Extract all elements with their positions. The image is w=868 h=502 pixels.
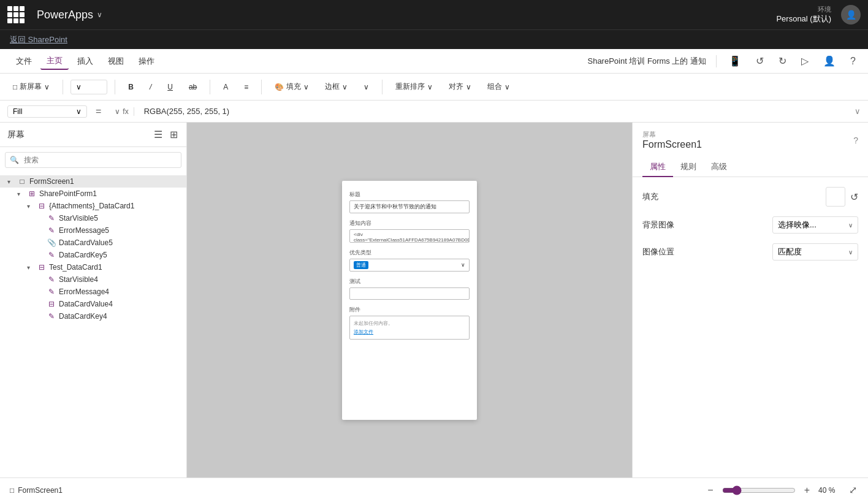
play-icon[interactable]: ▷ <box>799 53 811 69</box>
label-datacardkey4: DataCardKey4 <box>59 312 107 321</box>
form-attachment-label: 附件 <box>349 306 470 314</box>
grid-view-icon[interactable]: ⊞ <box>169 127 179 142</box>
select-chevron: ∨ <box>461 262 465 268</box>
tab-rules[interactable]: 规则 <box>673 158 704 177</box>
fill-button[interactable]: 🎨 填充 ∨ <box>269 78 314 95</box>
image-pos-chevron: ∨ <box>848 249 853 256</box>
align-pos-chevron: ∨ <box>466 83 471 91</box>
right-panel-title: FormScreen1 <box>642 139 702 150</box>
sidebar-item-datacardvalue5[interactable]: › 📎 DataCardValue5 <box>0 237 186 249</box>
list-view-icon[interactable]: ☰ <box>153 127 164 142</box>
font-family-dropdown[interactable]: ∨ <box>70 80 107 94</box>
edit-icon-starvisible4: ✎ <box>47 275 56 284</box>
formula-input[interactable]: RGBA(255, 255, 255, 1) <box>139 105 850 117</box>
prop-row-fill: 填充 ↺ <box>642 187 858 207</box>
zoom-percentage: 40 % <box>818 486 843 495</box>
bottom-bar: □ FormScreen1 − + 40 % ⤢ <box>0 477 868 502</box>
form-title-label: 标题 <box>349 191 470 199</box>
menu-item-view[interactable]: 视图 <box>102 53 130 69</box>
sidebar-item-starvisible4[interactable]: › ✎ StarVisible4 <box>0 273 186 286</box>
zoom-slider[interactable] <box>722 485 796 495</box>
label-errormessage4: ErrorMessage4 <box>59 287 109 296</box>
help-icon[interactable]: ? <box>853 135 858 145</box>
chevron-test-datacard1: ▾ <box>27 264 34 271</box>
app-name: PowerApps ∨ <box>37 9 102 21</box>
image-pos-dropdown[interactable]: 匹配度 ∨ <box>772 243 858 261</box>
sidebar-item-test-datacard1[interactable]: ▾ ⊟ Test_DataCard1 <box>0 261 186 273</box>
avatar[interactable]: 👤 <box>841 5 861 25</box>
more-button[interactable]: ∨ <box>358 80 375 94</box>
menu-item-action[interactable]: 操作 <box>132 53 161 69</box>
new-screen-button[interactable]: □ 新屏幕 ∨ <box>7 78 55 95</box>
sidebar-item-formscreen1[interactable]: ▾ □ FormScreen1 <box>0 175 186 188</box>
underline-button[interactable]: U <box>162 80 178 94</box>
expand-icon[interactable]: ⤢ <box>848 483 858 497</box>
input-icon-datacardvalue4: ⊟ <box>47 300 56 308</box>
fill-chevron: ∨ <box>303 83 309 91</box>
sidebar-item-errormessage5[interactable]: › ✎ ErrorMessage5 <box>0 224 186 237</box>
sidebar-item-datacardkey5[interactable]: › ✎ DataCardKey5 <box>0 249 186 261</box>
app-name-chevron[interactable]: ∨ <box>97 10 102 19</box>
right-panel-section-label: 屏幕 <box>642 130 702 139</box>
sidebar-item-datacardkey4[interactable]: › ✎ DataCardKey4 <box>0 310 186 322</box>
sidebar-search[interactable]: 🔍 <box>5 152 181 168</box>
tab-advanced[interactable]: 高级 <box>704 158 734 177</box>
property-chevron: ∨ <box>76 107 82 116</box>
formula-expand-icon[interactable]: ∨ <box>855 107 861 116</box>
edit-icon-datacardkey4: ✎ <box>47 312 56 321</box>
top-bar-right: 环境 Personal (默认) 👤 <box>776 5 861 25</box>
phone-icon[interactable]: 📱 <box>726 53 744 69</box>
env-label: 环境 <box>776 5 831 13</box>
attachment-add-link[interactable]: 添加文件 <box>354 329 465 335</box>
form-field-test: 测试 <box>349 278 470 300</box>
redo-icon[interactable]: ↻ <box>776 53 789 69</box>
strikethrough-button[interactable]: ab <box>183 80 202 94</box>
sidebar-item-errormessage4[interactable]: › ✎ ErrorMessage4 <box>0 286 186 298</box>
formula-bar: Fill ∨ = ∨ fx RGBA(255, 255, 255, 1) ∨ <box>0 101 868 123</box>
fill-prop-value: ↺ <box>826 187 858 207</box>
fill-prop-label: 填充 <box>642 191 658 202</box>
italic-button[interactable]: / <box>144 80 157 94</box>
tab-properties[interactable]: 属性 <box>642 158 673 177</box>
form-test-label: 测试 <box>349 278 470 286</box>
waffle-icon[interactable] <box>7 6 25 23</box>
right-panel: 屏幕 FormScreen1 ? 属性 规则 高级 填充 ↺ 背景图像 <box>632 123 868 477</box>
user-icon[interactable]: 👤 <box>821 53 838 69</box>
fx-selector[interactable]: ∨ fx <box>110 107 134 116</box>
bg-image-dropdown[interactable]: 选择映像... ∨ <box>772 216 858 234</box>
sidebar-item-datacardvalue4[interactable]: › ⊟ DataCardValue4 <box>0 298 186 310</box>
env-value: Personal (默认) <box>776 14 831 25</box>
zoom-plus-button[interactable]: + <box>801 484 813 497</box>
sidebar-item-attachments-datacard1[interactable]: ▾ ⊟ {Attachments}_DataCard1 <box>0 200 186 212</box>
menu-item-home[interactable]: 主页 <box>40 53 69 70</box>
reorder-button[interactable]: 重新排序 ∨ <box>390 78 438 95</box>
property-dropdown[interactable]: Fill ∨ <box>7 105 87 118</box>
bg-image-chevron: ∨ <box>848 222 853 229</box>
form-field-attachment: 附件 未起加任何内容。 添加文件 <box>349 306 470 340</box>
border-button[interactable]: 边框 ∨ <box>319 78 353 95</box>
group-chevron: ∨ <box>504 83 510 91</box>
formula-text: RGBA(255, 255, 255, 1) <box>144 107 229 116</box>
zoom-minus-button[interactable]: − <box>704 484 717 497</box>
help-icon[interactable]: ? <box>848 53 858 69</box>
refresh-icon[interactable]: ↺ <box>850 191 858 203</box>
menu-item-insert[interactable]: 插入 <box>71 53 99 69</box>
form-type-select[interactable]: 普通 ∨ <box>349 259 470 272</box>
fx-chevron: ∨ <box>115 107 120 116</box>
undo-icon[interactable]: ↺ <box>753 53 766 69</box>
top-bar-left: PowerApps ∨ <box>7 6 102 23</box>
align-button[interactable]: ≡ <box>238 80 254 94</box>
attachment-icon: 📎 <box>47 238 56 247</box>
font-size-button[interactable]: A <box>218 80 234 94</box>
fill-color-swatch[interactable] <box>826 187 845 207</box>
sidebar-item-sharepointform1[interactable]: ▾ ⊞ SharePointForm1 <box>0 188 186 200</box>
sidebar-item-starvisible5[interactable]: › ✎ StarVisible5 <box>0 212 186 224</box>
bold-button[interactable]: B <box>123 80 139 94</box>
group-button[interactable]: 组合 ∨ <box>482 78 516 95</box>
search-input[interactable] <box>5 152 181 168</box>
toolbar-separator-4 <box>261 80 262 94</box>
align-pos-button[interactable]: 对齐 ∨ <box>443 78 477 95</box>
label-formscreen1: FormScreen1 <box>29 177 74 186</box>
back-to-sharepoint-link[interactable]: 返回 SharePoint <box>10 34 67 45</box>
menu-item-file[interactable]: 文件 <box>10 53 38 69</box>
